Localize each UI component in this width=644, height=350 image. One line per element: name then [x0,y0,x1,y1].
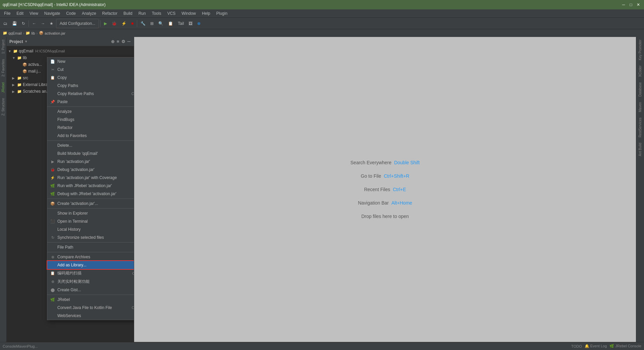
menu-help[interactable]: Help [199,10,213,17]
ctx-debug[interactable]: 🐞 Debug 'activation.jar' [47,166,134,174]
strip-xcoder[interactable]: XCoder [638,63,643,80]
ctx-refactor[interactable]: Refactor ▶ [47,124,134,132]
toolbar-stop-icon[interactable]: ■ [129,19,136,28]
ctx-run-coverage[interactable]: ⚡ Run 'activation.jar' with Coverage [47,174,134,182]
menu-edit[interactable]: Edit [14,10,26,17]
ctx-add-to-favorites[interactable]: Add to Favorites ▶ [47,132,134,140]
strip-ant-build[interactable]: Ant Build [638,140,643,159]
minimize-button[interactable]: ─ [621,2,627,8]
ctx-convert-java[interactable]: Convert Java File to Kotlin File Ctrl+Al… [47,304,134,312]
menu-code[interactable]: Code [63,10,78,17]
menu-navigate[interactable]: Navigate [42,10,63,17]
toolbar-settings-icon[interactable]: 🔧 [139,19,148,28]
toolbar-refresh-icon[interactable]: ↻ [20,19,27,28]
menu-view[interactable]: View [27,10,41,17]
ctx-webservices[interactable]: WebServices ▶ [47,312,134,320]
breadcrumb-lib[interactable]: 📁 lib [25,31,35,35]
toolbar-run-icon[interactable]: ▶ [102,19,109,28]
sidebar-dropdown-icon[interactable]: ▼ [24,40,28,43]
toolbar-grid-icon[interactable]: ⊞ [148,19,156,28]
ctx-create-gist[interactable]: ⬤ Create Gist... [47,286,134,294]
ctx-sync[interactable]: ↻ Synchronize selected files [47,233,134,242]
ctx-close-realtime[interactable]: ⊗ 关闭实时检测功能 [47,277,134,286]
hint-recent-key: Ctrl+E [393,187,406,192]
toolbar-save-icon[interactable]: 💾 [10,19,19,28]
ctx-file-path-label: File Path [57,245,134,250]
ctx-add-library[interactable]: Add as Library... [47,261,134,269]
ctx-build-module[interactable]: Build Module 'qqEmail' [47,149,134,158]
ctx-run[interactable]: ▶ Run 'activation.jar' Ctrl+Shift+F10 [47,158,134,166]
menu-window[interactable]: Window [179,10,199,17]
menu-vcs[interactable]: VCS [165,10,178,17]
ctx-create-jar[interactable]: 📦 Create 'activation.jar'... [47,200,134,208]
status-console[interactable]: ConsoleMavenPlug... [3,344,38,348]
ctx-copy-relative-paths[interactable]: Copy Relative Paths Ctrl+Alt+Shift+C [47,90,134,98]
ctx-copy-paths[interactable]: Copy Paths Ctrl+Shift+C [47,82,134,90]
ctx-new[interactable]: 📄 New ▶ [47,57,134,65]
tree-root-qqemail[interactable]: ▼ 📁 qqEmail H:\CSDN\qqEmail [7,48,134,54]
ctx-paste[interactable]: 📌 Paste Ctrl+V [47,98,134,106]
explorer-icon [50,211,55,216]
toolbar-bookmark-icon[interactable]: ★ [48,19,55,28]
strip-project[interactable]: 1: Project [1,37,6,56]
toolbar-image-icon[interactable]: 🖼 [186,19,195,28]
tree-folder-icon-lib: 📁 [17,55,22,60]
breadcrumb-qqemail[interactable]: 📁 qqEmail [3,31,22,35]
status-event-log[interactable]: 🔔 Event Log [585,344,607,348]
toolbar-copy-icon[interactable]: 📋 [166,19,175,28]
toolbar-back-icon[interactable]: ← [30,19,38,28]
menu-analyze[interactable]: Analyze [79,10,99,17]
strip-key-promoter[interactable]: Key Promoter [638,37,643,63]
strip-structure[interactable]: Z: Structure [1,95,6,118]
toolbar-debug-icon[interactable]: 🐞 [110,19,119,28]
maximize-button[interactable]: □ [628,2,634,8]
menu-run[interactable]: Run [136,10,149,17]
sidebar-collapse-icon[interactable]: ≡ [116,38,120,45]
sidebar-close-icon[interactable]: ─ [127,38,131,45]
status-todo[interactable]: TODO [571,344,582,348]
toolbar-search-icon[interactable]: 🔍 [156,19,165,28]
toolbar-project-icon[interactable]: 🗂 [1,19,9,28]
hint-nav-key: Alt+Home [391,200,412,206]
toolbar-forward-icon[interactable]: → [39,19,47,28]
ctx-cut[interactable]: ✂ Cut Ctrl+X [47,65,134,74]
ctx-run-rebel[interactable]: 🌿 Run with JRebel 'activation.jar' [47,182,134,190]
ctx-jrebel[interactable]: 🌿 JRebel ▶ [47,296,134,304]
strip-maven[interactable]: Maven [638,99,643,115]
ctx-sep-4 [47,208,134,209]
menu-tools[interactable]: Tools [149,10,164,17]
strip-favorites[interactable]: 2: Favorites [1,56,6,79]
ctx-scan-code[interactable]: 📋 编码规约扫描 Ctrl+Alt+Shift+J [47,269,134,277]
strip-database[interactable]: Database [638,80,643,99]
ctx-findbugs[interactable]: FindBugs ▶ [47,116,134,124]
ctx-open-terminal[interactable]: ⬛ Open in Terminal [47,217,134,225]
ctx-copy[interactable]: 📋 Copy Ctrl+C [47,74,134,82]
toolbar-run-coverage-icon[interactable]: ⚡ [119,19,128,28]
sidebar-settings-icon[interactable]: ⚙ [121,38,126,45]
status-jrebel-console[interactable]: 🌿 JRebel Console [609,344,641,348]
sidebar-locate-icon[interactable]: ⊕ [110,38,115,45]
breadcrumb-activation[interactable]: 📦 activation.jar [39,31,65,35]
toolbar-tail-button[interactable]: Tail [176,19,186,28]
ctx-debug-rebel[interactable]: 🌿 Debug with JRebel 'activation.jar' [47,190,134,198]
menu-file[interactable]: File [1,10,13,17]
menu-plugin[interactable]: Plugin [214,10,230,17]
add-configuration-button[interactable]: Add Configuration... [56,19,99,28]
ctx-delete[interactable]: Delete... Delete [47,141,134,149]
ctx-file-path[interactable]: File Path Ctrl+Alt+F12 [47,243,134,251]
findbugs-icon [50,117,55,122]
ctx-show-explorer[interactable]: Show in Explorer F3 [47,209,134,217]
ctx-show-explorer-label: Show in Explorer [57,211,134,216]
menu-refactor[interactable]: Refactor [100,10,120,17]
menu-build[interactable]: Build [121,10,135,17]
ctx-local-history[interactable]: Local History ▶ [47,225,134,233]
sidebar: Project ▼ ⊕ ≡ ⚙ ─ ▼ 📁 qqEmail H:\CSDN\qq… [7,37,134,342]
toolbar-cancel-icon[interactable]: ⊗ [195,19,203,28]
ctx-compare-archives[interactable]: ⊕ Compare Archives Ctrl+D [47,253,134,261]
close-button[interactable]: ✕ [635,2,641,8]
strip-jrebel[interactable]: JRebel [1,80,6,95]
tree-label-activation: activa... [28,62,42,67]
ctx-copy-label: Copy [57,75,134,80]
ctx-analyze[interactable]: Analyze ▶ [47,107,134,116]
strip-restservices[interactable]: RestServices [638,115,643,140]
